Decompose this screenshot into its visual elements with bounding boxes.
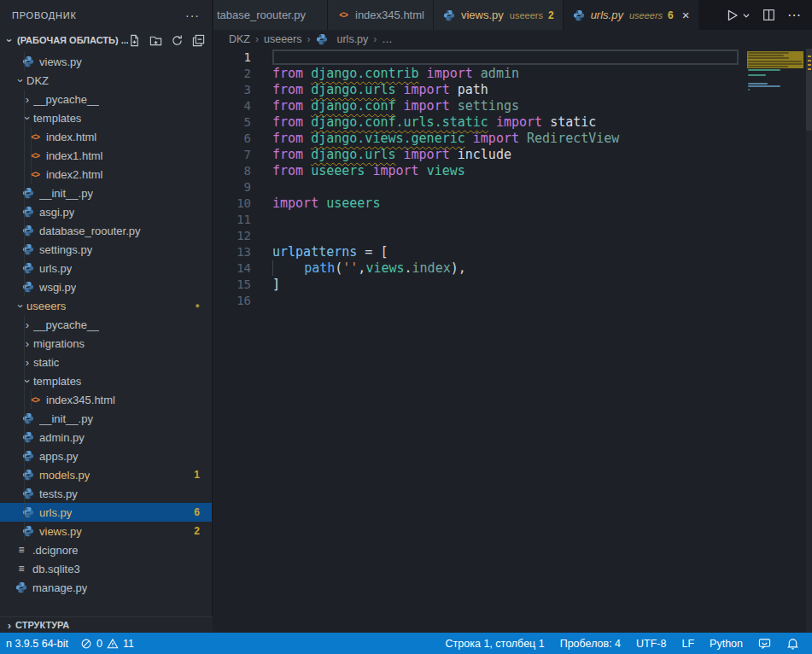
breadcrumb-separator: › xyxy=(255,33,259,45)
minimap[interactable] xyxy=(744,49,806,168)
breadcrumb-label: useeers xyxy=(264,33,301,45)
breadcrumb-label: … xyxy=(382,33,393,45)
tree-item-settings-py[interactable]: settings.py xyxy=(0,240,212,259)
tab-label: index345.html xyxy=(355,9,424,21)
tree-item-asgi-py[interactable]: asgi.py xyxy=(0,202,212,221)
tab-description: useeers xyxy=(510,10,543,20)
feedback-icon[interactable] xyxy=(752,637,777,650)
breadcrumb-separator: › xyxy=(307,33,310,45)
breadcrumb-item--[interactable]: … xyxy=(382,33,393,45)
tree-item-models-py[interactable]: models.py1 xyxy=(0,465,212,484)
warning-tick xyxy=(808,60,811,61)
new-file-icon[interactable] xyxy=(128,34,141,47)
tree-item--init-py[interactable]: __init__.py xyxy=(0,184,212,202)
tree-item-label: index.html xyxy=(46,131,96,143)
tree-item-migrations[interactable]: ›migrations xyxy=(0,334,212,353)
problems-count-badge: 1 xyxy=(194,469,200,481)
tree-item-index-html[interactable]: <>index.html xyxy=(0,127,212,146)
warning-tick xyxy=(808,64,811,66)
tree-item-label: __init__.py xyxy=(39,187,93,200)
explorer-actions xyxy=(128,34,205,47)
code-line-content: from django.views.generic import Redirec… xyxy=(272,131,619,146)
tree-item-label: index2.html xyxy=(46,168,102,181)
tree-item--init-py[interactable]: __init__.py xyxy=(0,409,212,428)
tree-item--pycache-[interactable]: ›__pycache__ xyxy=(0,90,212,108)
minimap-line xyxy=(748,74,766,76)
tab-views-py[interactable]: views.pyuseeers2 xyxy=(434,0,564,30)
warning-icon xyxy=(107,638,119,650)
indentation-item[interactable]: Пробелов: 4 xyxy=(554,638,627,650)
code-line-content: ] xyxy=(272,277,280,292)
workspace-section-header[interactable]: › (РАБОЧАЯ ОБЛАСТЬ) ... xyxy=(0,30,212,50)
tree-item-views-py[interactable]: views.py2 xyxy=(0,522,212,540)
code-line-content: urlpatterns = [ xyxy=(272,244,388,260)
encoding-item[interactable]: UTF-8 xyxy=(630,638,672,650)
tree-item-index2-html[interactable]: <>index2.html xyxy=(0,165,212,184)
tree-item-DKZ[interactable]: ›DKZ xyxy=(0,71,212,90)
explorer-header: ПРОВОДНИК ··· xyxy=(0,0,212,30)
breadcrumb-item-DKZ[interactable]: DKZ xyxy=(229,33,250,45)
code-editor[interactable]: 12from django.contrib import admin3from … xyxy=(213,49,812,633)
refresh-icon[interactable] xyxy=(171,34,184,47)
file-tree: views.py›DKZ›__pycache__›templates<>inde… xyxy=(0,50,212,633)
problems-count-badge: 2 xyxy=(194,525,200,537)
chevron-down-icon: › xyxy=(15,74,26,87)
notifications-bell-icon[interactable] xyxy=(780,637,805,650)
editor-scrollbar[interactable] xyxy=(806,49,812,633)
tree-item-templates[interactable]: ›templates xyxy=(0,371,212,390)
tab-tabase-roouter-py[interactable]: tabase_roouter.py xyxy=(213,0,328,30)
language-mode-item[interactable]: Python xyxy=(704,638,749,650)
split-editor-button[interactable] xyxy=(762,9,775,21)
chevron-down-icon xyxy=(742,11,751,20)
tab-urls-py[interactable]: urls.pyuseeers6× xyxy=(564,0,699,30)
breadcrumb-item-useeers[interactable]: useeers xyxy=(264,33,301,45)
more-actions-button[interactable]: ⋯ xyxy=(787,7,802,23)
tree-item-db-sqlite3[interactable]: ≡db.sqlite3 xyxy=(0,559,212,578)
chevron-down-icon: › xyxy=(15,300,26,312)
code-line-14: 14 path('',views.index), xyxy=(213,260,812,276)
tree-item-wsgi-py[interactable]: wsgi.py xyxy=(0,277,212,296)
tree-item-templates[interactable]: ›templates xyxy=(0,108,212,127)
tree-item-index345-html[interactable]: <>index345.html xyxy=(0,390,212,409)
code-line-content: from useeers import views xyxy=(272,163,465,178)
tab-index345-html[interactable]: <>index345.html xyxy=(328,0,434,30)
breadcrumb-item-urls-py[interactable]: urls.py xyxy=(315,33,368,45)
tree-item-index1-html[interactable]: <>index1.html xyxy=(0,146,212,165)
tree-item-urls-py[interactable]: urls.py6 xyxy=(0,503,212,522)
minimap-line xyxy=(748,63,803,65)
collapse-all-icon[interactable] xyxy=(192,34,205,47)
tab-description: useeers xyxy=(629,10,663,20)
generic-file-icon: ≡ xyxy=(15,544,28,556)
chevron-down-icon: › xyxy=(3,34,15,47)
cursor-position-item[interactable]: Строка 1, столбец 1 xyxy=(440,638,551,650)
chevron-right-icon: › xyxy=(3,619,15,632)
tree-item-admin-py[interactable]: admin.py xyxy=(0,428,212,447)
tree-item-manage-py[interactable]: manage.py xyxy=(0,578,212,597)
tree-item-urls-py[interactable]: urls.py xyxy=(0,259,212,277)
python-interpreter-item[interactable]: n 3.9.5 64-bit xyxy=(0,638,74,650)
explorer-more-icon[interactable]: ··· xyxy=(185,9,200,22)
tree-item-label: apps.py xyxy=(39,450,79,463)
tree-item--dcignore[interactable]: ≡.dcignore xyxy=(0,540,212,559)
status-right: Строка 1, столбец 1 Пробелов: 4 UTF-8 LF… xyxy=(440,637,805,650)
code-line-8: 8from useeers import views xyxy=(213,162,812,178)
tree-item-apps-py[interactable]: apps.py xyxy=(0,447,212,465)
run-button[interactable] xyxy=(726,9,751,22)
tree-item-database-roouter-py[interactable]: database_roouter.py xyxy=(0,221,212,240)
code-line-9: 9 xyxy=(213,178,812,195)
eol-item[interactable]: LF xyxy=(675,638,700,650)
problems-item[interactable]: 0 11 xyxy=(74,638,140,650)
close-icon[interactable]: × xyxy=(682,9,690,21)
tree-item-label: static xyxy=(33,356,59,369)
tree-item-label: wsgi.py xyxy=(39,281,76,294)
new-folder-icon[interactable] xyxy=(149,34,162,47)
tree-item-static[interactable]: ›static xyxy=(0,353,212,371)
python-icon xyxy=(442,9,456,21)
line-number: 1 xyxy=(213,50,251,64)
tree-item-views-py[interactable]: views.py xyxy=(0,52,212,71)
tree-item-useeers[interactable]: ›useeers● xyxy=(0,296,212,315)
outline-section-header[interactable]: › СТРУКТУРА xyxy=(0,616,213,633)
tree-item--pycache-[interactable]: ›__pycache__ xyxy=(0,315,212,334)
tree-item-tests-py[interactable]: tests.py xyxy=(0,484,212,503)
python-icon xyxy=(572,9,586,21)
